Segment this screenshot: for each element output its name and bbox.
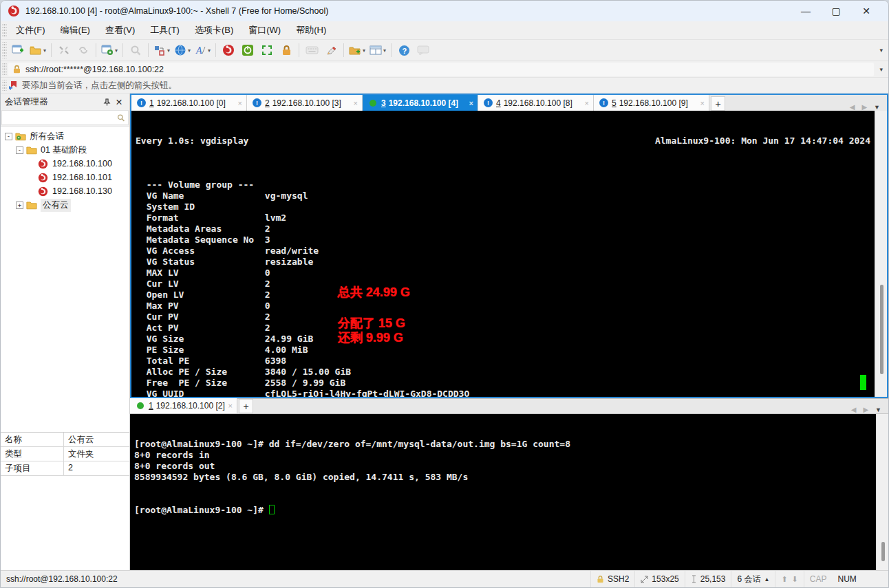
scroll-down-icon[interactable]: ⬇ <box>792 575 798 584</box>
keyboard-icon <box>303 41 321 59</box>
terminal-pane-active: ! 1 192.168.10.100 [0] × ! 2 192.168.10.… <box>130 94 888 398</box>
tab-scroll-right-icon[interactable]: ▶ <box>861 103 867 111</box>
tab-list-caret[interactable]: ▼ <box>875 406 881 413</box>
lock-icon[interactable] <box>277 41 295 59</box>
dd-command-output: [root@AlmaLinux9-100 ~]# dd if=/dev/zero… <box>134 439 872 483</box>
terminal-scrollbar[interactable] <box>875 111 887 397</box>
menu-file[interactable]: 文件(F) <box>8 21 53 39</box>
tab-session-1[interactable]: ! 1 192.168.10.100 [0] × <box>131 95 247 111</box>
tree-item-session-130[interactable]: 192.168.10.130 <box>3 184 129 198</box>
tab-close-icon[interactable]: × <box>469 99 473 107</box>
collapse-icon[interactable]: - <box>5 133 12 140</box>
web-icon[interactable]: ▾ <box>173 41 192 59</box>
menu-help[interactable]: 帮助(H) <box>288 21 334 39</box>
title-bar: 192.168.10.100 [4] - root@AlmaLinux9-100… <box>1 1 888 21</box>
open-session-icon[interactable]: ▾ <box>28 41 47 59</box>
session-alert-icon: ! <box>137 98 146 107</box>
info-bar: 要添加当前会话，点击左侧的箭头按钮。 <box>1 78 888 94</box>
help-icon[interactable]: ? <box>395 41 413 59</box>
caps-lock-indicator: CAP <box>804 571 833 587</box>
font-icon[interactable]: A▾ <box>193 41 212 59</box>
terminal-scrollbar[interactable] <box>876 414 888 570</box>
tab-scroll-left-icon[interactable]: ◀ <box>850 103 855 111</box>
tree-item-session-101[interactable]: 192.168.10.101 <box>3 171 129 184</box>
tab-list-caret[interactable]: ▼ <box>874 104 880 111</box>
terminal-screen-bottom[interactable]: [root@AlmaLinux9-100 ~]# dd if=/dev/zero… <box>130 414 888 570</box>
new-folder-icon[interactable]: ▾ <box>347 41 367 59</box>
folder-icon <box>26 200 37 210</box>
close-button[interactable]: ✕ <box>851 1 881 21</box>
address-lock-icon <box>12 65 21 74</box>
xshell-icon[interactable] <box>219 41 237 59</box>
menu-tools[interactable]: 工具(T) <box>142 21 187 39</box>
session-search-box[interactable] <box>1 110 129 125</box>
status-scroll-buttons[interactable]: ⬆ ⬇ <box>775 571 804 587</box>
session-list-caret[interactable]: ▲ <box>764 576 769 582</box>
address-dropdown-caret[interactable]: ▾ <box>874 66 888 73</box>
tab-close-icon[interactable]: × <box>354 99 358 107</box>
tree-item-session-100[interactable]: 192.168.10.100 <box>3 157 129 171</box>
pin-icon[interactable] <box>100 96 113 108</box>
tree-item-all-sessions[interactable]: - 所有会话 <box>3 129 129 143</box>
property-row: 名称 公有云 <box>1 433 129 447</box>
session-properties-icon[interactable]: ▾ <box>100 41 119 59</box>
panel-close-icon[interactable]: ✕ <box>113 96 125 108</box>
tab-close-icon[interactable]: × <box>585 99 589 107</box>
watch-host-datetime: AlmaLinux9-100: Mon Jun 17 14:47:04 2024 <box>655 135 870 146</box>
property-row: 子项目 2 <box>1 461 129 476</box>
status-protocol: SSH2 <box>591 571 635 587</box>
tab-close-icon[interactable]: × <box>700 99 705 107</box>
layout-icon[interactable]: ▾ <box>368 41 387 59</box>
tree-item-folder-basic[interactable]: - 01 基础阶段 <box>3 143 129 157</box>
tab-session-3-active[interactable]: 3 192.168.10.100 [4] × <box>363 95 478 111</box>
tab-session-bottom-1[interactable]: 1 192.168.10.100 [2] × <box>130 398 237 413</box>
new-tab-button[interactable]: + <box>239 399 253 413</box>
search-icon <box>117 113 125 122</box>
fullscreen-icon[interactable] <box>258 41 276 59</box>
scrollbar-thumb[interactable] <box>880 285 883 374</box>
collapse-icon[interactable]: - <box>16 146 23 154</box>
menu-window[interactable]: 窗口(W) <box>241 21 288 39</box>
address-field[interactable]: ssh://root:******@192.168.10.100:22 <box>8 63 874 76</box>
scrollbar-thumb[interactable] <box>881 542 885 561</box>
menu-tab[interactable]: 选项卡(B) <box>187 21 241 39</box>
address-url: ssh://root:******@192.168.10.100:22 <box>25 65 164 74</box>
tab-close-icon[interactable]: × <box>228 402 233 410</box>
tab-session-5[interactable]: ! 5 192.168.10.100 [9] × <box>594 95 709 111</box>
maximize-button[interactable]: ▢ <box>821 1 851 21</box>
minimize-button[interactable]: — <box>791 1 821 21</box>
xftp-icon[interactable] <box>239 41 257 59</box>
folder-icon <box>26 145 37 155</box>
session-manager-panel: 会话管理器 ✕ - 所有会话 - 01 基础阶段 <box>1 94 130 570</box>
status-bar: ssh://root@192.168.10.100:22 SSH2 153x25… <box>1 570 888 587</box>
tab-scroll-left-icon[interactable]: ◀ <box>851 406 857 413</box>
reconnect-icon <box>74 41 92 59</box>
tab-session-4[interactable]: ! 4 192.168.10.100 [8] × <box>478 95 594 111</box>
scroll-up-icon[interactable]: ⬆ <box>781 575 787 584</box>
vgdisplay-output: --- Volume group --- VG Name vg-mysql Sy… <box>136 168 870 397</box>
xshell-session-icon <box>38 159 49 168</box>
message-icon <box>414 41 432 59</box>
transfer-icon[interactable]: ▾ <box>152 41 171 59</box>
expand-icon[interactable]: + <box>16 202 23 209</box>
session-connected-icon <box>369 100 376 107</box>
xshell-session-icon <box>38 186 49 196</box>
menu-view[interactable]: 查看(V) <box>98 21 142 39</box>
svg-text:?: ? <box>402 46 407 54</box>
new-tab-button[interactable]: + <box>711 96 725 111</box>
tab-scroll-right-icon[interactable]: ▶ <box>863 406 868 413</box>
toolbar-overflow-caret[interactable]: ▾ <box>879 47 883 54</box>
tab-session-2[interactable]: ! 2 192.168.10.100 [3] × <box>247 95 363 111</box>
session-search-input[interactable] <box>2 111 114 124</box>
terminal-screen-top[interactable]: Every 1.0s: vgdisplay AlmaLinux9-100: Mo… <box>131 111 887 397</box>
tree-item-folder-cloud[interactable]: + 公有云 <box>3 198 129 212</box>
xshell-session-icon <box>38 173 49 182</box>
session-alert-icon: ! <box>253 98 261 107</box>
info-message: 要添加当前会话，点击左侧的箭头按钮。 <box>22 80 177 91</box>
tab-close-icon[interactable]: × <box>238 99 242 107</box>
status-session-count[interactable]: 6 会话 ▲ <box>731 571 775 587</box>
highlight-pen-icon[interactable] <box>322 41 340 59</box>
session-alert-icon: ! <box>599 98 608 107</box>
menu-edit[interactable]: 编辑(E) <box>53 21 98 39</box>
new-session-icon[interactable] <box>9 41 27 59</box>
